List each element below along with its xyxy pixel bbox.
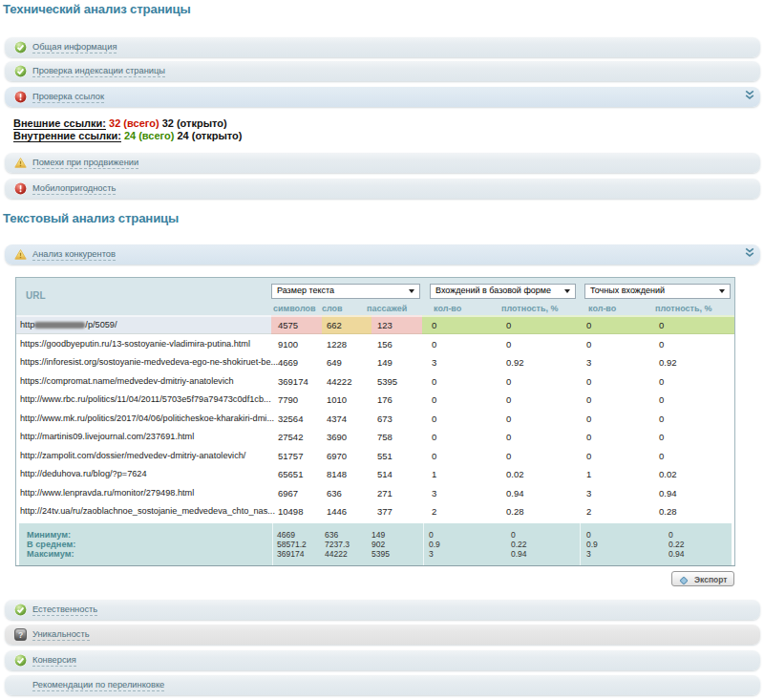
svg-text:?: ? xyxy=(18,629,23,639)
